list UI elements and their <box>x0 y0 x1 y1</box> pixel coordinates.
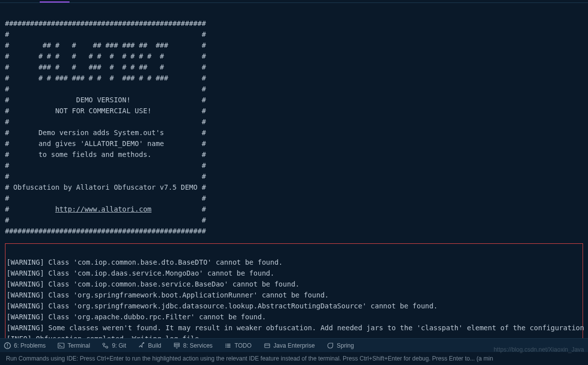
svg-point-7 <box>143 342 145 344</box>
banner-line: # and gives 'ALLATORI_DEMO' name # <box>5 140 206 147</box>
svg-rect-2 <box>7 347 7 347</box>
tab-label: Build <box>148 342 161 349</box>
svg-rect-3 <box>58 343 64 348</box>
tab-label: Spring <box>337 342 354 349</box>
allatori-link[interactable]: http://www.allatori.com <box>55 205 151 213</box>
tab-label: 6: Problems <box>14 342 46 349</box>
log-line-warning: [WARNING] Class 'com.iop.common.base.dto… <box>6 258 283 266</box>
banner-line: # Obfuscation by Allatori Obfuscator v7.… <box>5 183 206 191</box>
svg-rect-8 <box>174 343 179 345</box>
tab-todo[interactable]: TODO <box>224 342 251 349</box>
tab-label: Terminal <box>68 342 90 349</box>
log-line-warning: [WARNING] Class 'org.apache.dubbo.rpc.Fi… <box>6 313 266 321</box>
tab-terminal[interactable]: Terminal <box>58 342 90 349</box>
log-line-warning: [WARNING] Some classes weren't found. It… <box>6 324 588 332</box>
banner-line: # ### # # ### # # # ## # # <box>5 63 206 71</box>
terminal-icon <box>58 342 65 349</box>
banner-line: # <box>5 205 55 213</box>
tab-git[interactable]: 9: Git <box>102 342 126 349</box>
tab-java-enterprise[interactable]: Java Enterprise <box>264 342 315 349</box>
active-tab-indicator <box>40 1 70 2</box>
banner-line: # Demo version adds System.out's # <box>5 129 206 137</box>
log-line-warning: [WARNING] Class 'com.iop.daas.service.Mo… <box>6 269 274 277</box>
banner-line: # # <box>5 30 206 38</box>
build-icon <box>138 342 145 349</box>
svg-point-6 <box>106 346 108 348</box>
log-line-warning: [WARNING] Class 'com.iop.common.base.ser… <box>6 280 299 288</box>
log-line-warning: [WARNING] Class 'org.springframework.jdb… <box>6 302 438 310</box>
tab-label: 8: Services <box>183 342 213 349</box>
banner-line: ########################################… <box>5 227 206 235</box>
status-bar: Run Commands using IDE: Press Ctrl+Enter… <box>0 352 588 365</box>
banner-line: ########################################… <box>5 19 206 27</box>
spring-icon <box>327 342 334 349</box>
banner-line: # # <box>5 172 206 180</box>
services-icon <box>173 342 180 349</box>
terminal-output[interactable]: ########################################… <box>0 3 588 240</box>
svg-rect-17 <box>265 344 270 348</box>
svg-rect-9 <box>174 345 179 347</box>
banner-line: # <box>151 205 206 213</box>
tab-spring[interactable]: Spring <box>327 342 354 349</box>
todo-icon <box>224 342 231 349</box>
tab-services[interactable]: 8: Services <box>173 342 213 349</box>
watermark-text: https://blog.csdn.net/Xiaoxin_Java <box>494 346 584 353</box>
banner-line: # # <box>5 161 206 169</box>
git-icon <box>102 342 109 349</box>
log-line-warning: [WARNING] Class 'org.springframework.boo… <box>6 291 329 299</box>
svg-point-5 <box>103 343 105 345</box>
tab-label: 9: Git <box>112 342 126 349</box>
banner-line: # NOT FOR COMMERCIAL USE! # <box>5 107 206 115</box>
java-enterprise-icon <box>264 342 271 349</box>
banner-line: # ## # # ## ### ### ## ### # <box>5 41 206 49</box>
banner-line: # DEMO VERSION! # <box>5 96 206 104</box>
status-text: Run Commands using IDE: Press Ctrl+Enter… <box>6 355 493 362</box>
banner-line: # # <box>5 194 206 202</box>
tab-label: TODO <box>234 342 251 349</box>
top-tab-strip <box>0 0 588 3</box>
banner-line: # # <box>5 216 206 224</box>
tab-problems[interactable]: 6: Problems <box>4 342 46 349</box>
svg-rect-1 <box>7 344 7 346</box>
banner-line: # # # # # # # # # # # # # # <box>5 52 206 60</box>
banner-line: # to some fields and methods. # <box>5 150 206 158</box>
svg-marker-10 <box>176 348 178 349</box>
banner-line: # # <box>5 118 206 126</box>
banner-line: # # <box>5 85 206 93</box>
tab-build[interactable]: Build <box>138 342 161 349</box>
banner-line: # # # ### ### # # # ### # # ### # <box>5 74 206 82</box>
problems-icon <box>4 342 11 349</box>
tab-label: Java Enterprise <box>274 342 315 349</box>
